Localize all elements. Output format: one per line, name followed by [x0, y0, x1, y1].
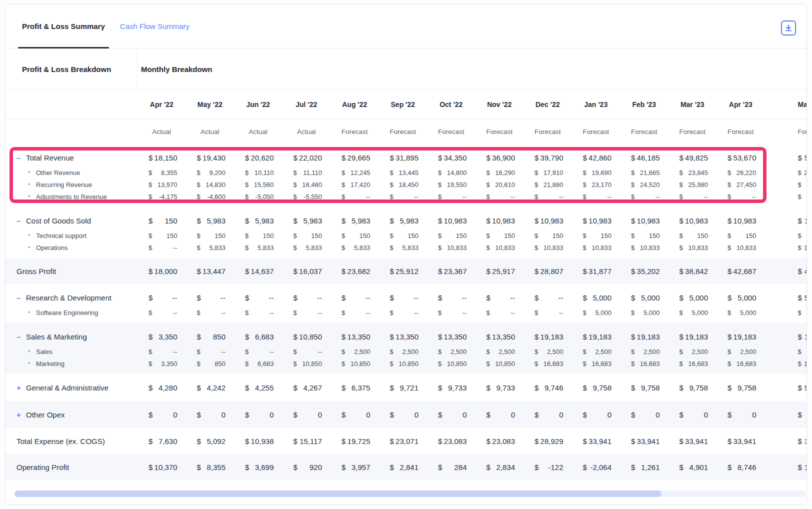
value-text: --: [220, 294, 226, 302]
horizontal-scrollbar[interactable]: [14, 490, 806, 497]
collapse-icon[interactable]: –: [16, 217, 23, 224]
value-cell: $--: [282, 309, 331, 316]
period-type-label: Forecast: [427, 128, 476, 136]
value-cell: $39,790: [524, 154, 572, 162]
currency-symbol: $: [534, 193, 538, 200]
value-text: 13,447: [202, 267, 226, 276]
currency-symbol: $: [680, 463, 684, 472]
download-button[interactable]: [781, 20, 796, 36]
currency-symbol: $: [583, 181, 586, 188]
currency-symbol: $: [148, 154, 152, 162]
currency-symbol: $: [294, 384, 298, 392]
row-label-cell: Total Expense (ex. COGS): [6, 437, 138, 446]
value-text: 5,000: [641, 294, 660, 302]
currency-symbol: $: [583, 244, 586, 252]
value-cell: $42,860: [572, 154, 620, 162]
value-cell: $2,841: [379, 463, 428, 472]
currency-symbol: $: [148, 267, 152, 276]
value-text: 150: [166, 232, 178, 240]
tab-cash-flow-summary[interactable]: Cash Flow Summary: [116, 4, 194, 48]
value-cell: $4,280: [138, 384, 186, 392]
currency-symbol: $: [680, 294, 684, 302]
row-label-cell: Operating Profit: [6, 463, 138, 472]
row-adjustments-to-revenue: •Adjustments to Revenue$-4,175$-4,600$-5…: [6, 190, 807, 202]
value-text: 31,877: [588, 267, 612, 276]
value-cell-partial: $: [765, 193, 808, 200]
value-cell: $16,683: [620, 360, 668, 368]
row-label: Cost of Goods Sold: [26, 216, 91, 225]
month-column-header: Jan '23: [572, 100, 620, 108]
value-text: --: [221, 309, 226, 316]
value-text: 150: [360, 232, 370, 240]
row-label-cell: •Other Revenue: [6, 169, 138, 176]
value-text: 23,682: [348, 267, 370, 276]
value-text: 42,687: [734, 267, 756, 276]
pnl-table: Apr '22May '22Jun '22Jul '22Aug '22Sep '…: [6, 90, 807, 480]
currency-symbol: $: [390, 181, 394, 188]
value-cell: $-2,064: [572, 463, 620, 472]
value-text: 49,825: [685, 154, 708, 162]
value-text: 850: [213, 332, 226, 341]
value-cell: $2,500: [427, 348, 476, 356]
period-type-label: Forecast: [330, 128, 379, 136]
currency-symbol: $: [342, 437, 346, 446]
currency-symbol: $: [631, 348, 634, 356]
value-cell: $5,092: [186, 437, 234, 446]
value-cell: $6,375: [330, 384, 379, 392]
row-label-cell: –Cost of Goods Sold: [6, 216, 138, 225]
value-text: 17,420: [350, 181, 370, 188]
currency-symbol: $: [728, 348, 731, 356]
pnl-summary-card: Profit & Loss Summary Cash Flow Summary …: [5, 4, 807, 505]
expand-icon[interactable]: +: [16, 411, 23, 418]
value-cell: $--: [524, 193, 572, 200]
currency-symbol: $: [294, 463, 298, 472]
value-cell: $8,355: [186, 463, 234, 472]
value-cell: $9,733: [476, 384, 524, 392]
row-operations: •Operations$--$5,833$5,833$5,833$5,833$5…: [6, 242, 807, 254]
currency-symbol: $: [728, 360, 731, 368]
value-cell: $23,367: [427, 267, 476, 276]
currency-symbol: $: [680, 410, 684, 419]
value-cell: $10,850: [282, 332, 331, 341]
collapse-icon[interactable]: –: [16, 154, 23, 162]
row-label: Marketing: [36, 360, 64, 368]
currency-symbol: $: [197, 332, 201, 341]
tab-profit-loss-summary[interactable]: Profit & Loss Summary: [18, 4, 109, 48]
value-text: 10,983: [637, 216, 660, 225]
value-cell: $--: [282, 348, 331, 356]
row-label: Other Revenue: [36, 169, 80, 176]
currency-symbol: $: [680, 267, 684, 276]
value-text: 2,500: [740, 348, 756, 356]
value-cell: $11,110: [282, 169, 331, 176]
table-section: Operating Profit$10,370$8,355$3,699$920$…: [6, 454, 807, 480]
month-column-header: Mar '23: [668, 100, 717, 108]
value-cell: $-5,550: [282, 193, 331, 200]
currency-symbol: $: [798, 169, 802, 176]
row-total-expense: Total Expense (ex. COGS)$7,630$5,092$10,…: [6, 432, 807, 450]
value-cell: $10,983: [524, 216, 572, 225]
currency-symbol: $: [197, 360, 200, 368]
value-cell: $14,830: [186, 181, 234, 188]
value-cell: $33,941: [572, 437, 620, 446]
currency-symbol: $: [390, 244, 394, 252]
currency-symbol: $: [390, 193, 394, 200]
currency-symbol: $: [486, 360, 490, 368]
month-header-row: Apr '22May '22Jun '22Jul '22Aug '22Sep '…: [6, 90, 807, 119]
row-label-cell: •Technical support: [6, 232, 138, 240]
currency-symbol: $: [294, 294, 298, 302]
currency-symbol: $: [390, 437, 394, 446]
expand-icon[interactable]: +: [16, 384, 23, 392]
value-text: 53,670: [734, 154, 756, 162]
value-cell: $--: [572, 193, 620, 200]
value-cell: $850: [186, 332, 234, 341]
scrollbar-thumb[interactable]: [14, 490, 662, 497]
currency-symbol: $: [438, 384, 442, 392]
value-cell: $8,355: [138, 169, 186, 176]
currency-symbol: $: [728, 193, 731, 200]
currency-symbol: $: [294, 232, 297, 240]
collapse-icon[interactable]: –: [16, 333, 23, 340]
value-text: 16,683: [592, 360, 612, 368]
value-text: 1: [804, 360, 807, 368]
collapse-icon[interactable]: –: [16, 294, 23, 302]
value-cell: $--: [330, 193, 379, 200]
